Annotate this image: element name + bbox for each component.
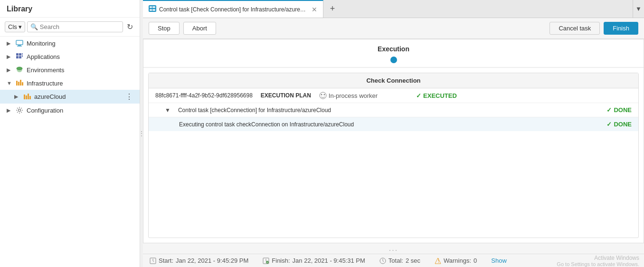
windows-watermark: Activate Windows Go to Settings to activ… — [557, 255, 639, 267]
svg-rect-23 — [152, 6, 155, 8]
expand-icon: ▶ — [7, 107, 12, 114]
svg-rect-24 — [150, 9, 152, 11]
search-type-label: Cls — [8, 23, 17, 30]
check-connection-header: Check Connection — [149, 73, 638, 88]
tab-close-button[interactable]: ✕ — [312, 6, 317, 13]
watermark-line1: Activate Windows — [557, 255, 639, 261]
status-text: DONE — [614, 106, 632, 114]
finish-clock-icon — [263, 257, 269, 264]
main-tab[interactable]: Control task [Check Connection] for Infr… — [143, 0, 323, 18]
finish-time: Finish: Jan 22, 2021 - 9:45:31 PM — [263, 257, 365, 264]
row-status: ✓ DONE — [575, 106, 632, 114]
warnings-value: 0 — [474, 257, 477, 264]
monitor-icon — [15, 39, 24, 48]
svg-rect-7 — [22, 53, 23, 54]
search-type-dropdown[interactable]: Cls ▾ — [5, 21, 25, 32]
cancel-task-button[interactable]: Cancel task — [549, 22, 600, 35]
tab-scroll-right-button[interactable]: ▼ — [633, 0, 644, 18]
search-input-wrapper: 🔍 — [27, 21, 123, 32]
context-menu-dots[interactable]: ⋮ — [123, 92, 135, 101]
configuration-icon — [15, 106, 24, 114]
svg-rect-8 — [22, 55, 23, 56]
add-tab-button[interactable]: + — [323, 0, 341, 18]
check-connection-panel: Check Connection 88fc8671-ffff-4a2f-9b52… — [148, 73, 639, 238]
svg-point-27 — [321, 94, 322, 95]
sidebar-item-azurecloud-label: azureCloud — [34, 93, 121, 100]
finish-value: Jan 22, 2021 - 9:45:31 PM — [293, 257, 365, 264]
show-link[interactable]: Show — [491, 257, 507, 264]
warning-icon: ! — [435, 257, 441, 264]
refresh-button[interactable]: ↻ — [125, 21, 135, 32]
tabs-bar: Control task [Check Connection] for Infr… — [143, 0, 644, 18]
chevron-down-icon: ▾ — [19, 23, 22, 30]
table-row: 88fc8671-ffff-4a2f-9b52-9df628956698 EXE… — [149, 88, 638, 103]
execution-area: Execution Check Connection 88fc8671-ffff… — [143, 39, 644, 243]
tab-label: Control task [Check Connection] for Infr… — [159, 6, 307, 13]
row-description: Control task [checkConnection] for Infra… — [178, 107, 570, 114]
row-description: Executing control task checkConnection o… — [179, 121, 570, 128]
total-time: Total: 2 sec — [379, 257, 420, 264]
svg-rect-19 — [29, 96, 31, 99]
execution-header: Execution — [143, 39, 644, 68]
sidebar: Library Cls ▾ 🔍 ↻ ▶ Monitoring ▶ — [0, 0, 140, 267]
sidebar-item-applications-label: Applications — [27, 53, 135, 60]
svg-rect-4 — [19, 53, 21, 56]
sidebar-item-configuration[interactable]: ▶ Configuration — [0, 104, 140, 117]
svg-rect-25 — [152, 9, 155, 11]
svg-rect-0 — [16, 40, 23, 45]
svg-rect-12 — [16, 81, 18, 86]
sidebar-item-monitoring-label: Monitoring — [27, 40, 135, 47]
start-value: Jan 22, 2021 - 9:45:29 PM — [176, 257, 248, 264]
stop-button[interactable]: Stop — [149, 22, 180, 35]
sidebar-title: Library — [0, 0, 140, 18]
svg-rect-6 — [19, 56, 21, 58]
status-text: DONE — [614, 121, 632, 128]
svg-point-28 — [323, 94, 325, 95]
sidebar-item-monitoring[interactable]: ▶ Monitoring — [0, 37, 140, 50]
azure-icon — [23, 93, 31, 101]
svg-text:!: ! — [437, 257, 439, 264]
warnings: ! Warnings: 0 — [435, 257, 477, 264]
sidebar-item-environments-label: Environments — [27, 67, 135, 74]
abort-button[interactable]: Abort — [183, 22, 216, 35]
more-options-dots[interactable]: ... — [143, 243, 644, 254]
sidebar-search-bar: Cls ▾ 🔍 ↻ — [0, 18, 140, 37]
svg-rect-13 — [18, 82, 19, 86]
start-time: Start: Jan 22, 2021 - 9:45:29 PM — [150, 257, 248, 264]
execution-progress-dot — [390, 57, 397, 63]
svg-rect-5 — [16, 56, 19, 58]
toolbar-right: Cancel task Finish — [549, 22, 638, 35]
sidebar-item-azurecloud[interactable]: ▶ azureCloud ⋮ — [0, 90, 140, 104]
environments-icon — [15, 66, 24, 74]
worker-text: In-process worker — [329, 92, 378, 99]
finish-button[interactable]: Finish — [604, 22, 638, 35]
total-clock-icon — [379, 257, 386, 264]
expand-icon: ▶ — [7, 40, 12, 47]
sidebar-item-environments[interactable]: ▶ Environments — [0, 63, 140, 76]
toolbar: Stop Abort Cancel task Finish — [143, 18, 644, 39]
warnings-label: Warnings: — [444, 257, 471, 264]
sidebar-item-infrastructure[interactable]: ▼ Infrastructure — [0, 76, 140, 90]
total-label: Total: — [388, 257, 403, 264]
svg-rect-18 — [28, 94, 29, 99]
svg-rect-22 — [150, 6, 152, 8]
infrastructure-icon — [15, 79, 24, 87]
apps-icon — [15, 52, 24, 61]
tab-spacer — [341, 0, 633, 18]
svg-rect-16 — [24, 95, 25, 99]
worker-icon — [319, 92, 327, 99]
expand-icon: ▼ — [7, 80, 12, 86]
execution-plan-label: EXECUTION PLAN — [257, 92, 314, 99]
expand-icon: ▶ — [14, 94, 20, 100]
row-expand-icon[interactable]: ▼ — [165, 107, 170, 114]
clock-icon — [150, 257, 156, 264]
execution-id: 88fc8671-ffff-4a2f-9b52-9df628956698 — [155, 92, 253, 99]
search-icon: 🔍 — [30, 23, 38, 30]
sidebar-item-configuration-label: Configuration — [27, 107, 135, 114]
tab-icon — [149, 5, 156, 13]
search-input[interactable] — [40, 23, 120, 30]
svg-rect-17 — [26, 95, 27, 99]
svg-rect-3 — [16, 53, 19, 56]
sidebar-item-infrastructure-label: Infrastructure — [27, 80, 135, 87]
sidebar-item-applications[interactable]: ▶ Applications — [0, 50, 140, 63]
